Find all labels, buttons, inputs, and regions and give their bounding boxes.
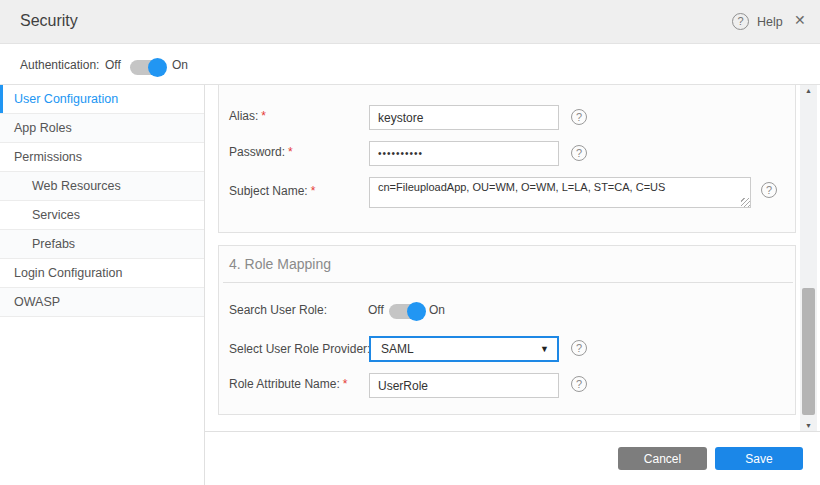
alias-help-icon[interactable]: ? <box>571 109 587 125</box>
question-glyph: ? <box>576 147 582 159</box>
sidebar-item-web-resources[interactable]: Web Resources <box>0 172 204 201</box>
role-mapping-title: 4. Role Mapping <box>229 256 331 272</box>
alias-input[interactable] <box>369 105 559 130</box>
role-attribute-input[interactable] <box>369 373 559 398</box>
sidebar-item-app-roles[interactable]: App Roles <box>0 114 204 143</box>
subject-name-textarea[interactable]: cn=FileuploadApp, OU=WM, O=WM, L=LA, ST=… <box>369 177 751 208</box>
security-nav-sidebar: User Configuration App Roles Permissions… <box>0 85 205 485</box>
content-scrollbar[interactable]: ▲ ▼ <box>800 85 817 431</box>
search-role-off-label: Off <box>368 303 384 317</box>
save-button[interactable]: Save <box>715 447 803 470</box>
help-link[interactable]: Help <box>757 15 783 29</box>
sidebar-item-owasp[interactable]: OWASP <box>0 288 204 317</box>
password-label: Password:* <box>229 145 293 159</box>
scroll-down-icon[interactable]: ▼ <box>800 422 817 429</box>
sidebar-item-user-configuration[interactable]: User Configuration <box>0 85 204 114</box>
question-glyph: ? <box>576 111 582 123</box>
alias-label: Alias:* <box>229 109 266 123</box>
question-glyph: ? <box>576 342 582 354</box>
search-role-on-label: On <box>429 303 445 317</box>
role-attribute-label: Role Attribute Name:* <box>229 377 347 391</box>
search-user-role-label: Search User Role: <box>229 303 327 317</box>
section-divider <box>223 282 793 283</box>
close-icon[interactable]: ✕ <box>794 12 806 28</box>
alias-label-text: Alias: <box>229 109 258 123</box>
help-icon[interactable]: ? <box>732 13 749 30</box>
sidebar-item-login-configuration[interactable]: Login Configuration <box>0 259 204 288</box>
role-provider-value: SAML <box>381 342 414 356</box>
footer-divider <box>205 431 820 432</box>
authentication-off-label: Off <box>105 58 121 72</box>
cancel-button[interactable]: Cancel <box>618 447 707 470</box>
authentication-label: Authentication: <box>20 58 99 72</box>
authentication-row: Authentication: Off On <box>0 44 820 85</box>
toggle-knob <box>407 302 426 321</box>
authentication-toggle[interactable] <box>130 60 165 75</box>
subject-name-help-icon[interactable]: ? <box>761 182 777 198</box>
password-help-icon[interactable]: ? <box>571 145 587 161</box>
role-attribute-label-text: Role Attribute Name: <box>229 377 340 391</box>
security-dialog: Security ? Help ✕ Authentication: Off On… <box>0 0 820 485</box>
page-title: Security <box>20 12 78 30</box>
role-attribute-help-icon[interactable]: ? <box>571 376 587 392</box>
password-label-text: Password: <box>229 145 285 159</box>
scrollbar-thumb[interactable] <box>802 288 815 415</box>
required-asterisk: * <box>288 145 293 159</box>
role-provider-label: Select User Role Provider: <box>229 342 370 356</box>
authentication-on-label: On <box>172 58 188 72</box>
role-provider-help-icon[interactable]: ? <box>571 340 587 356</box>
search-user-role-toggle[interactable] <box>389 304 424 319</box>
question-glyph: ? <box>576 378 582 390</box>
toggle-knob <box>148 58 167 77</box>
role-provider-select[interactable]: SAML ▼ <box>369 336 559 362</box>
sidebar-item-services[interactable]: Services <box>0 201 204 230</box>
dialog-header: Security ? Help ✕ <box>0 0 820 44</box>
question-glyph: ? <box>766 184 772 196</box>
chevron-down-icon: ▼ <box>540 344 549 354</box>
required-asterisk: * <box>311 184 316 198</box>
sidebar-item-prefabs[interactable]: Prefabs <box>0 230 204 259</box>
subject-name-label: Subject Name:* <box>229 184 315 198</box>
required-asterisk: * <box>343 377 348 391</box>
subject-name-label-text: Subject Name: <box>229 184 308 198</box>
keystore-section-card: Alias:* ? Password:* ? Subject Name:* cn… <box>218 85 796 233</box>
required-asterisk: * <box>261 109 266 123</box>
password-input[interactable] <box>369 141 559 166</box>
role-mapping-section-card: 4. Role Mapping Search User Role: Off On… <box>218 245 796 415</box>
question-glyph: ? <box>737 15 743 27</box>
sidebar-item-permissions[interactable]: Permissions <box>0 143 204 172</box>
scroll-up-icon[interactable]: ▲ <box>800 87 817 94</box>
